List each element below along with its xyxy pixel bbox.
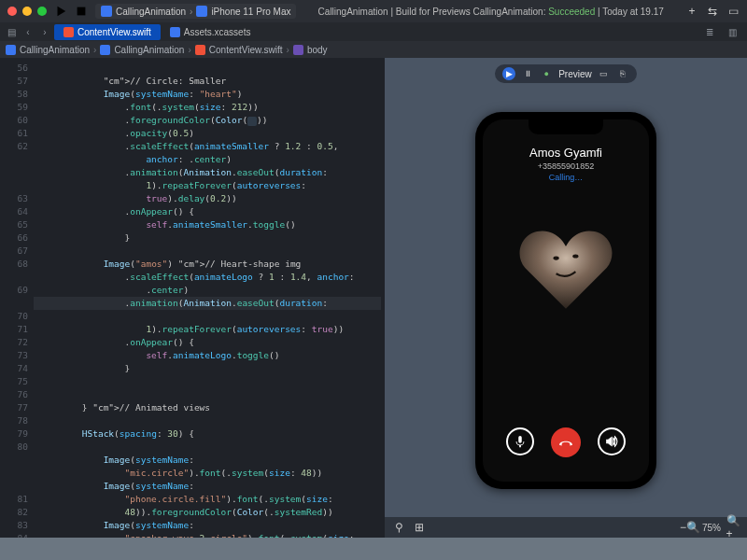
tab-bar: ▤ ‹ › ContentView.swift Assets.xcassets … [0,22,747,41]
preview-canvas[interactable]: Amos Gyamfi +35855901852 Calling… [385,84,747,517]
live-preview-icon[interactable]: ▶ [502,67,515,80]
zoom-level: 75% [702,523,721,533]
device-config-icon[interactable]: ▭ [598,67,611,80]
line-gutter: 5657585960616263646566676869707172737475… [0,58,34,538]
scheme-project: CallingAnimation [116,7,186,17]
show-items-icon[interactable]: ▤ [4,24,19,39]
call-buttons [483,427,649,457]
forward-icon[interactable]: › [37,24,52,39]
device-icon [196,6,207,17]
notch [529,119,603,134]
xcode-window: CallingAnimation › iPhone 11 Pro Max Cal… [0,0,747,538]
app-icon [101,6,112,17]
tab-assets[interactable]: Assets.xcassets [161,24,261,40]
activity-status: CallingAnimation | Build for Previews Ca… [303,7,678,17]
project-icon [6,45,16,55]
editor-split: 5657585960616263646566676869707172737475… [0,58,747,538]
panels-icon[interactable]: ▭ [726,5,740,18]
record-icon[interactable]: ● [540,67,553,80]
assets-icon [170,27,180,37]
minimize-icon[interactable] [22,7,32,16]
mute-button[interactable] [506,427,534,455]
code-area[interactable]: "cm">// Circle: Smaller Image(systemName… [34,58,385,538]
caller-name: Amos Gyamfi [529,146,602,160]
stop-button[interactable] [75,5,88,18]
caller-number: +35855901852 [529,161,602,171]
heart-image [517,223,614,313]
calling-status: Calling… [529,173,602,182]
breadcrumb-item[interactable]: CallingAnimation [20,45,90,55]
adjust-editor-icon[interactable]: ▥ [725,24,740,39]
scheme-selector[interactable]: CallingAnimation › iPhone 11 Pro Max [95,4,296,19]
speaker-button[interactable] [598,427,626,455]
duplicate-preview-icon[interactable]: ⎘ [616,67,629,80]
scheme-device: iPhone 11 Pro Max [211,7,290,17]
zoom-in-icon[interactable]: 🔍+ [726,521,740,534]
pin-preview-icon[interactable]: ⚲ [392,521,405,534]
property-icon [293,45,303,55]
editor-options-icon[interactable]: ≣ [702,24,717,39]
phone-mock: Amos Gyamfi +35855901852 Calling… [475,112,656,489]
library-icon[interactable]: ⇆ [706,5,719,18]
plus-icon[interactable]: + [685,5,698,18]
breadcrumb-item[interactable]: ContentView.swift [209,45,283,55]
breadcrumb[interactable]: CallingAnimation › CallingAnimation › Co… [0,41,747,58]
phone-screen: Amos Gyamfi +35855901852 Calling… [483,119,649,482]
tab-contentview[interactable]: ContentView.swift [54,24,161,40]
run-button[interactable] [54,5,67,18]
tab-label: ContentView.swift [78,27,151,37]
svg-point-2 [572,254,578,258]
back-icon[interactable]: ‹ [21,24,35,39]
breadcrumb-item[interactable]: CallingAnimation [114,45,184,55]
grid-icon[interactable]: ⊞ [413,521,426,534]
preview-footer: ⚲ ⊞ −🔍 75% 🔍+ [385,517,747,538]
close-icon[interactable] [7,7,17,16]
svg-rect-0 [78,7,86,16]
preview-toolbar: ▶ ⏸ ● Preview ▭ ⎘ [385,63,747,84]
end-call-button[interactable] [551,427,581,457]
preview-label: Preview [558,69,592,79]
preview-pane: ▶ ⏸ ● Preview ▭ ⎘ Amos Gyamfi +358559018… [385,58,747,538]
svg-point-1 [553,257,558,260]
folder-icon [100,45,110,55]
swift-icon [63,27,74,37]
tab-label: Assets.xcassets [184,27,251,37]
code-editor[interactable]: 5657585960616263646566676869707172737475… [0,58,385,538]
pause-preview-icon[interactable]: ⏸ [521,67,534,80]
caller-block: Amos Gyamfi +35855901852 Calling… [529,146,602,182]
swift-icon [195,45,205,55]
preview-pill: ▶ ⏸ ● Preview ▭ ⎘ [495,64,637,83]
window-controls [7,7,47,16]
zoom-icon[interactable] [37,7,47,16]
titlebar: CallingAnimation › iPhone 11 Pro Max Cal… [0,0,747,22]
breadcrumb-item[interactable]: body [307,45,328,55]
zoom-out-icon[interactable]: −🔍 [684,521,697,534]
